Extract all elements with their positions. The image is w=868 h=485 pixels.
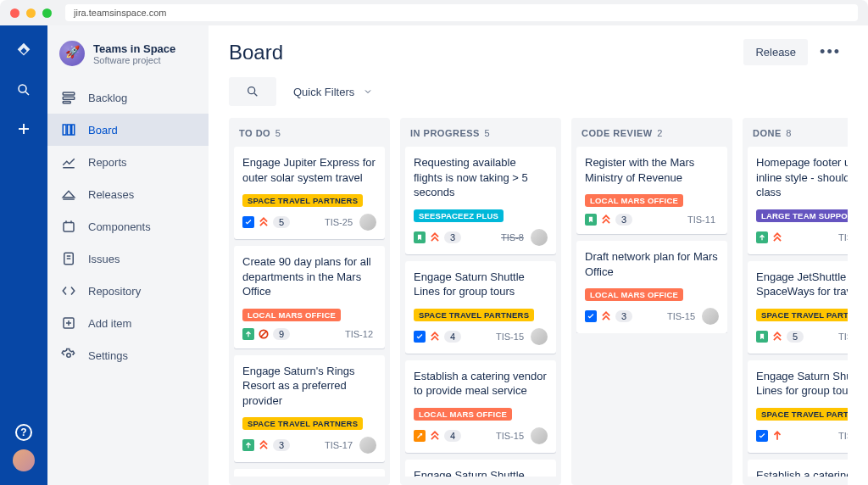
issue-card[interactable]: Engage Saturn Shuttle Lines for group to… xyxy=(405,460,556,477)
task-type-icon xyxy=(414,331,426,343)
minimize-window-icon[interactable] xyxy=(26,8,36,18)
jira-logo-icon[interactable] xyxy=(14,41,34,61)
issue-key: TIS-8 xyxy=(501,232,524,242)
issue-key: TIS-17 xyxy=(325,440,353,450)
story-points: 5 xyxy=(273,216,290,228)
user-avatar[interactable] xyxy=(13,449,35,471)
issue-title: Engage Saturn Shuttle Lines for group to… xyxy=(414,468,548,477)
maximize-window-icon[interactable] xyxy=(42,8,52,18)
release-button[interactable]: Release xyxy=(743,39,808,65)
issue-key: TIS-12 xyxy=(345,329,373,339)
sidebar-item-reports[interactable]: Reports xyxy=(47,146,209,178)
epic-label[interactable]: LOCAL MARS OFFICE xyxy=(585,288,683,301)
issue-card[interactable]: Engage Jupiter Express for outer solar s… xyxy=(234,147,385,239)
issue-key: TIS-68 xyxy=(838,232,848,242)
epic-label[interactable]: LOCAL MARS OFFICE xyxy=(585,194,683,207)
issue-card[interactable]: Engage Saturn's Rings Resort as a prefer… xyxy=(234,355,385,463)
quick-filters-button[interactable]: Quick Filters xyxy=(293,86,373,98)
sidebar-item-repository[interactable]: Repository xyxy=(47,275,209,307)
column-header: IN PROGRESS 5 xyxy=(405,126,556,147)
sidebar-item-add-item[interactable]: Add item xyxy=(47,307,209,339)
priority-highest-icon xyxy=(258,439,270,451)
assignee-avatar[interactable] xyxy=(359,214,376,231)
svg-point-20 xyxy=(67,354,71,358)
story-points: 5 xyxy=(787,331,804,343)
issue-card[interactable]: Establish a catering vendor to provide m… xyxy=(748,460,848,477)
epic-label[interactable]: LARGE TEAM SUPPORT xyxy=(756,209,848,222)
epic-label[interactable]: LOCAL MARS OFFICE xyxy=(242,309,341,321)
issue-key: TIS-15 xyxy=(496,431,524,441)
assignee-avatar[interactable] xyxy=(531,229,548,246)
issue-title: Engage Saturn Shuttle Lines for group to… xyxy=(414,270,548,299)
priority-highest-icon xyxy=(429,331,441,343)
svg-rect-5 xyxy=(63,97,75,99)
assignee-avatar[interactable] xyxy=(531,328,548,345)
create-icon[interactable] xyxy=(14,119,34,139)
sidebar-item-label: Repository xyxy=(88,285,141,298)
epic-label[interactable]: SPACE TRAVEL PARTNERS xyxy=(242,417,363,430)
epic-label[interactable]: SPACE TRAVEL PARTNERS xyxy=(756,408,848,421)
story-type-icon xyxy=(414,231,426,243)
issue-card[interactable]: Create 90 day plans for all departments … xyxy=(234,246,385,348)
priority-highest-icon xyxy=(600,310,612,322)
more-button[interactable]: ••• xyxy=(813,40,848,64)
search-icon xyxy=(246,85,259,98)
sidebar-item-settings[interactable]: Settings xyxy=(47,339,209,371)
issue-card[interactable]: Requesting available flights is now taki… xyxy=(405,147,556,254)
issue-card[interactable]: Establish a catering vendor to provide m… xyxy=(405,360,556,453)
project-type: Software project xyxy=(93,55,175,65)
sidebar-item-label: Board xyxy=(88,124,118,137)
story-type-icon xyxy=(585,214,597,226)
svg-rect-7 xyxy=(63,125,66,135)
epic-label[interactable]: SEESPACEEZ PLUS xyxy=(414,209,504,222)
priority-highest-icon xyxy=(771,231,783,243)
assignee-avatar[interactable] xyxy=(702,308,719,325)
story-points: 3 xyxy=(615,214,632,226)
board-column: DONE 8Homepage footer uses an inline sty… xyxy=(743,118,848,485)
issue-card[interactable]: Engage Saturn Shuttle Lines for group to… xyxy=(748,360,848,453)
assignee-avatar[interactable] xyxy=(531,427,548,444)
issue-card[interactable]: Homepage footer uses an inline style - s… xyxy=(748,147,848,254)
issue-title: Engage Saturn Shuttle Lines for group to… xyxy=(756,369,848,399)
components-icon xyxy=(59,217,78,236)
story-type-icon xyxy=(756,231,768,243)
epic-label[interactable]: SPACE TRAVEL PARTNERS xyxy=(414,309,534,321)
sidebar-item-backlog[interactable]: Backlog xyxy=(47,81,209,114)
column-header: DONE 8 xyxy=(748,126,848,147)
traffic-lights xyxy=(10,8,52,18)
board-search-input[interactable] xyxy=(229,77,276,106)
search-icon[interactable] xyxy=(14,80,34,100)
issue-card[interactable]: Engage JetShuttle SpaceWays for travelSP… xyxy=(748,261,848,354)
issue-card[interactable]: Engage Saturn Shuttle Lines for group to… xyxy=(405,261,556,354)
epic-label[interactable]: SPACE TRAVEL PARTNERS xyxy=(242,194,363,207)
svg-line-22 xyxy=(254,93,257,96)
sidebar-item-board[interactable]: Board xyxy=(47,114,209,146)
story-points: 9 xyxy=(273,328,290,340)
sidebar-item-components[interactable]: Components xyxy=(47,210,209,242)
sidebar-item-releases[interactable]: Releases xyxy=(47,178,209,210)
issue-card[interactable]: Register with the Mars Ministry of Reven… xyxy=(576,147,727,234)
project-header[interactable]: Teams in Space Software project xyxy=(47,41,209,81)
svg-rect-8 xyxy=(68,125,71,135)
column-header: CODE REVIEW 2 xyxy=(576,126,727,147)
priority-highest-icon xyxy=(771,331,783,343)
close-window-icon[interactable] xyxy=(10,8,19,18)
reports-icon xyxy=(59,153,78,171)
issue-card[interactable]: Draft network plan for Mars OfficeLOCAL … xyxy=(576,241,727,333)
epic-label[interactable]: SPACE TRAVEL PARTNERS xyxy=(756,309,848,321)
issue-title: Engage Saturn's Rings Resort as a prefer… xyxy=(242,364,376,409)
url-bar[interactable]: jira.teamsinspace.com xyxy=(65,4,858,21)
issue-title: Create 90 day plans for all departments … xyxy=(242,254,376,299)
issue-card[interactable]: Enable Speedy SpaceCraft as the preferre… xyxy=(234,469,385,477)
epic-label[interactable]: LOCAL MARS OFFICE xyxy=(414,408,512,421)
kanban-board: TO DO 5Engage Jupiter Express for outer … xyxy=(229,118,848,485)
sidebar-item-issues[interactable]: Issues xyxy=(47,242,209,275)
sidebar-item-label: Issues xyxy=(88,253,120,265)
help-icon[interactable]: ? xyxy=(15,424,32,441)
project-avatar-icon xyxy=(59,41,85,66)
story-points: 3 xyxy=(273,439,290,451)
assignee-avatar[interactable] xyxy=(359,437,376,454)
issue-title: Engage Jupiter Express for outer solar s… xyxy=(242,155,376,185)
sidebar-item-label: Components xyxy=(88,220,151,233)
board-column: IN PROGRESS 5Requesting available flight… xyxy=(400,118,561,485)
